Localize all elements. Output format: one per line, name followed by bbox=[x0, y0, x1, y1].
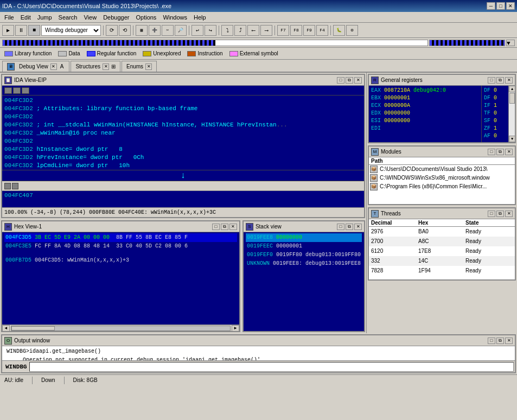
gen-registers-close[interactable]: ✕ bbox=[505, 77, 513, 84]
ida-sub-icon-2[interactable] bbox=[12, 183, 18, 189]
output-restore[interactable]: □ bbox=[488, 338, 495, 344]
toolbar-btn-4[interactable]: ➕ bbox=[149, 25, 161, 36]
hex-view-close[interactable]: ✕ bbox=[229, 224, 237, 230]
modules-float[interactable]: ⧉ bbox=[496, 149, 504, 155]
hex-scrollbar[interactable]: ◄ ► bbox=[2, 324, 239, 331]
hex-scroll-left[interactable]: ◄ bbox=[2, 325, 10, 332]
ida-toolbar-icon-1[interactable] bbox=[4, 87, 12, 94]
thread-row-2[interactable]: 2700 A8C Ready bbox=[369, 237, 515, 246]
stack-view-float[interactable]: ⧉ bbox=[346, 224, 353, 230]
threads-close[interactable]: ✕ bbox=[505, 211, 513, 217]
ida-toolbar-icon-2[interactable] bbox=[13, 87, 21, 94]
tab-structures[interactable]: Structures ✕ ⊞ bbox=[71, 61, 120, 72]
ida-view-float[interactable]: ⧉ bbox=[346, 77, 353, 84]
gen-registers-title: General registers bbox=[381, 77, 423, 83]
toolbar-btn-15[interactable]: F9 bbox=[303, 25, 315, 36]
hex-view-restore[interactable]: □ bbox=[212, 224, 220, 230]
reg-edi: EDI bbox=[371, 125, 479, 132]
modules-restore[interactable]: □ bbox=[488, 149, 495, 155]
stop-button[interactable]: ■ bbox=[28, 25, 40, 36]
ida-sub-icon-1[interactable] bbox=[4, 183, 11, 189]
threads-restore[interactable]: □ bbox=[488, 211, 495, 217]
reg-scroll-down[interactable]: ▼ bbox=[509, 136, 515, 142]
menu-help[interactable]: Help bbox=[190, 13, 209, 22]
toolbar-btn-18[interactable]: ⚙ bbox=[346, 25, 358, 36]
toolbar-btn-16[interactable]: F4 bbox=[316, 25, 328, 36]
legend-label-regular: Regular function bbox=[97, 50, 137, 56]
toolbar-btn-1[interactable]: ⟳ bbox=[106, 25, 118, 36]
menu-windows[interactable]: Windows bbox=[159, 13, 190, 22]
ida-arrow-icon: ↓ bbox=[181, 171, 186, 181]
stack-view-content[interactable]: 0019FEE8 00000000 0019FEEC 00000001 0019… bbox=[244, 232, 364, 331]
threads-content: Decimal Hex State 2976 BA0 Ready 2700 A8… bbox=[369, 219, 515, 279]
toolbar-btn-7[interactable]: ↩ bbox=[192, 25, 203, 36]
tab-enums-close[interactable]: ✕ bbox=[145, 63, 152, 70]
toolbar-btn-10[interactable]: ⤴ bbox=[234, 25, 246, 36]
ida-toolbar-icon-3[interactable] bbox=[22, 87, 29, 94]
toolbar-btn-2[interactable]: ⟲ bbox=[119, 25, 131, 36]
toolbar-btn-8[interactable]: ↪ bbox=[205, 25, 216, 36]
toolbar-btn-5[interactable]: ✂ bbox=[162, 25, 174, 36]
hex-view-float[interactable]: ⧉ bbox=[221, 224, 228, 230]
stack-line-3: 0019FEF0 0019FF80 debug013:0019FF80 bbox=[246, 251, 362, 259]
play-button[interactable]: ▶ bbox=[2, 25, 14, 36]
reg-scrollbar[interactable]: ▲ ▼ bbox=[508, 86, 515, 142]
toolbar-btn-9[interactable]: ⤵ bbox=[221, 25, 233, 36]
thread-row-4[interactable]: 332 14C Ready bbox=[369, 256, 515, 266]
gen-registers-float[interactable]: ⧉ bbox=[496, 77, 504, 84]
close-button[interactable]: ✕ bbox=[506, 2, 515, 10]
reg-flags: DF 0 DF 0 IF 1 TF 0 SF 0 ZF 1 AF 0 bbox=[481, 86, 508, 142]
reg-scroll-up[interactable]: ▲ bbox=[509, 86, 515, 92]
gen-registers-content: EAX 0087210A debug042:0 EBX 00000001 ECX… bbox=[369, 86, 515, 142]
menu-edit[interactable]: Edit bbox=[17, 13, 34, 22]
ida-view-content[interactable]: 004FC3D2 004FC3D2 ; Attributes: library … bbox=[2, 96, 364, 170]
toolbar-btn-13[interactable]: F7 bbox=[277, 25, 289, 36]
toolbar-btn-17[interactable]: 🐛 bbox=[333, 25, 345, 36]
toolbar-btn-12[interactable]: ⟶ bbox=[260, 25, 272, 36]
thread-row-5[interactable]: 7828 1F94 Ready bbox=[369, 266, 515, 276]
legend-color-unexplored bbox=[143, 51, 151, 56]
thread-row-3[interactable]: 6120 17E8 Ready bbox=[369, 246, 515, 256]
hex-scroll-thumb[interactable] bbox=[11, 326, 55, 330]
stack-view-restore[interactable]: □ bbox=[337, 224, 344, 230]
thread-row-1[interactable]: 2976 BA0 Ready bbox=[369, 227, 515, 237]
output-float[interactable]: ⧉ bbox=[496, 338, 504, 344]
menu-options[interactable]: Options bbox=[132, 13, 159, 22]
hex-view-content[interactable]: 004FC3D5 3B EC 5D E9 2A 00 00 00 8B FF 5… bbox=[2, 232, 239, 324]
output-close[interactable]: ✕ bbox=[505, 338, 513, 344]
threads-float[interactable]: ⧉ bbox=[496, 211, 504, 217]
gen-registers-restore[interactable]: □ bbox=[488, 77, 495, 84]
tab-structures-close[interactable]: ✕ bbox=[103, 63, 109, 70]
maximize-button[interactable]: □ bbox=[496, 2, 505, 10]
menu-search[interactable]: Search bbox=[55, 13, 81, 22]
modules-close[interactable]: ✕ bbox=[505, 149, 513, 155]
hex-scroll-track[interactable] bbox=[11, 326, 231, 331]
module-row-3: 📦 C:\Program Files (x86)\Common Files\Mi… bbox=[369, 182, 515, 191]
ida-view-restore[interactable]: □ bbox=[337, 77, 344, 84]
progress-fill bbox=[3, 40, 215, 46]
ida-view-arrow: ↓ bbox=[2, 170, 364, 181]
modules-panel: M Modules □ ⧉ ✕ Path 📦 C:\Users\DC\Docum… bbox=[368, 145, 516, 205]
ida-view-header: 📋 IDA View-EIP □ ⧉ ✕ bbox=[2, 75, 364, 86]
tab-debug-view-close[interactable]: ✕ bbox=[50, 63, 57, 70]
menu-file[interactable]: File bbox=[1, 13, 17, 22]
debugger-dropdown[interactable]: Windbg debugger bbox=[41, 25, 101, 36]
toolbar-btn-6[interactable]: 🔎 bbox=[175, 25, 187, 36]
tab-debug-view[interactable]: 🖥 Debug View ✕ A bbox=[2, 61, 69, 72]
hex-scroll-right[interactable]: ► bbox=[232, 325, 239, 332]
legend-color-external bbox=[229, 51, 238, 56]
toolbar-btn-3[interactable]: ▦ bbox=[136, 25, 148, 36]
menu-debugger[interactable]: Debugger bbox=[100, 13, 132, 22]
pause-button[interactable]: ⏸ bbox=[15, 25, 27, 36]
tab-enums[interactable]: Enums ✕ bbox=[122, 61, 157, 72]
toolbar-btn-11[interactable]: ⟵ bbox=[247, 25, 259, 36]
progress-dropdown[interactable]: ▼ bbox=[506, 40, 515, 46]
menu-view[interactable]: View bbox=[80, 13, 100, 22]
ida-view-close[interactable]: ✕ bbox=[354, 77, 362, 84]
stack-view-close[interactable]: ✕ bbox=[354, 224, 362, 230]
menu-jump[interactable]: Jump bbox=[34, 13, 55, 22]
minimize-button[interactable]: ─ bbox=[487, 2, 495, 10]
toolbar-btn-14[interactable]: F8 bbox=[290, 25, 302, 36]
output-input[interactable] bbox=[29, 362, 514, 372]
reg-scroll-thumb[interactable] bbox=[509, 93, 515, 104]
